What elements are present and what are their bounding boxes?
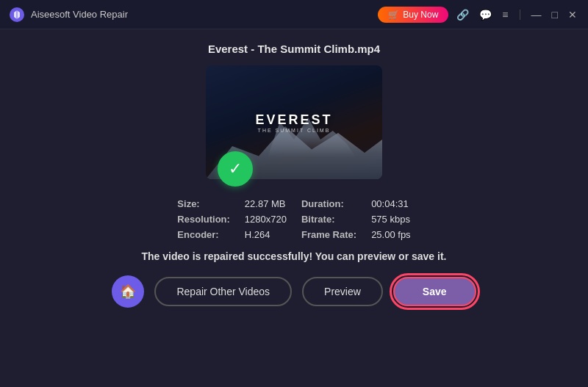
bitrate-label: Bitrate: [301,214,356,225]
resolution-value: 1280x720 [245,214,287,225]
menu-icon[interactable]: ≡ [500,9,510,21]
cart-icon: 🛒 [388,10,399,20]
maximize-icon[interactable]: □ [550,9,560,21]
resolution-label: Resolution: [177,214,230,225]
title-bar: Aiseesoft Video Repair 🛒 Buy Now 🔗 💬 ≡ —… [0,0,588,29]
divider [520,10,520,20]
encoder-value: H.264 [245,229,287,240]
everest-title: EVEREST [255,112,332,128]
home-icon: 🏠 [120,283,136,300]
link-icon[interactable]: 🔗 [454,9,471,21]
bottom-bar: 🏠 Repair Other Videos Preview Save [112,275,476,308]
app-title: Aiseesoft Video Repair [31,9,128,20]
duration-value: 00:04:31 [371,198,411,209]
buy-now-button[interactable]: 🛒 Buy Now [378,7,448,23]
title-bar-right: 🛒 Buy Now 🔗 💬 ≡ — □ ✕ [378,7,579,23]
repair-other-button[interactable]: Repair Other Videos [154,277,292,306]
success-message: The video is repaired successfully! You … [142,250,447,262]
size-value: 22.87 MB [245,198,287,209]
minimize-icon[interactable]: — [529,9,544,21]
close-icon[interactable]: ✕ [566,9,579,21]
preview-button[interactable]: Preview [302,277,383,306]
buy-now-label: Buy Now [403,10,438,20]
everest-text: EVEREST THE SUMMIT CLIMB [255,112,332,133]
video-title: Everest - The Summit Climb.mp4 [208,43,380,55]
home-button[interactable]: 🏠 [112,275,144,308]
thumbnail-wrapper: EVEREST THE SUMMIT CLIMB ✓ [206,65,382,179]
app-logo [9,7,25,23]
size-label: Size: [177,198,230,209]
main-content: Everest - The Summit Climb.mp4 EVEREST T… [0,29,588,387]
framerate-label: Frame Rate: [301,229,356,240]
chat-icon[interactable]: 💬 [477,9,494,21]
framerate-value: 25.00 fps [371,229,411,240]
encoder-label: Encoder: [177,229,230,240]
save-button[interactable]: Save [393,277,476,306]
title-bar-left: Aiseesoft Video Repair [9,7,128,23]
everest-subtitle: THE SUMMIT CLIMB [255,128,332,133]
success-badge: ✓ [218,151,253,187]
duration-label: Duration: [301,198,356,209]
file-info: Size: 22.87 MB Duration: 00:04:31 Resolu… [177,198,410,240]
bitrate-value: 575 kbps [371,214,411,225]
